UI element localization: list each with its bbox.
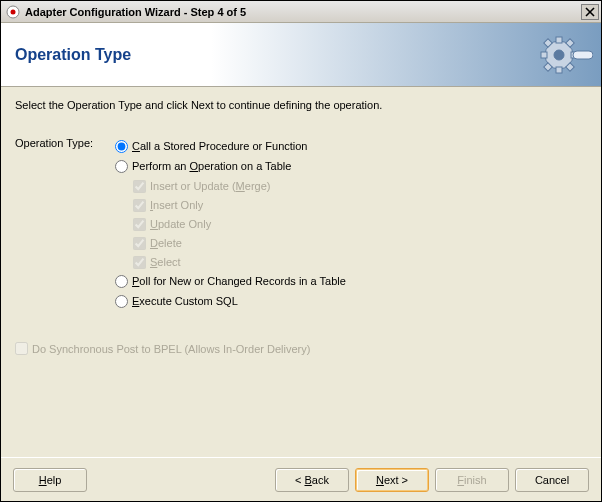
check-synchronous-post: Do Synchronous Post to BPEL (Allows In-O… — [15, 342, 587, 355]
finish-button: Finish — [435, 468, 509, 492]
svg-rect-6 — [556, 37, 562, 43]
operation-type-row: Operation Type: Call a Stored Procedure … — [15, 137, 587, 312]
radio-execute-custom-sql[interactable]: Execute Custom SQL — [115, 292, 587, 310]
app-icon — [5, 4, 21, 20]
wizard-content: Select the Operation Type and click Next… — [1, 87, 601, 457]
checkbox-insert — [133, 199, 146, 212]
radio-label: Execute Custom SQL — [132, 295, 238, 307]
next-button[interactable]: Next > — [355, 468, 429, 492]
checkbox-merge — [133, 180, 146, 193]
gear-icon — [537, 27, 593, 85]
checkbox-label: Delete — [150, 237, 182, 249]
radio-input-perform[interactable] — [115, 160, 128, 173]
checkbox-delete — [133, 237, 146, 250]
check-insert-update-merge: Insert or Update (Merge) — [133, 177, 587, 195]
page-title: Operation Type — [15, 46, 131, 64]
radio-input-call-sp[interactable] — [115, 140, 128, 153]
check-select: Select — [133, 253, 587, 271]
wizard-window: Adapter Configuration Wizard - Step 4 of… — [0, 0, 602, 502]
check-delete: Delete — [133, 234, 587, 252]
radio-label: Call a Stored Procedure or Function — [132, 140, 308, 152]
operation-type-label: Operation Type: — [15, 137, 115, 149]
svg-rect-14 — [573, 51, 593, 59]
checkbox-label: Select — [150, 256, 181, 268]
cancel-button[interactable]: Cancel — [515, 468, 589, 492]
svg-rect-7 — [556, 67, 562, 73]
checkbox-sync — [15, 342, 28, 355]
check-update-only: Update Only — [133, 215, 587, 233]
checkbox-label: Do Synchronous Post to BPEL (Allows In-O… — [32, 343, 310, 355]
close-icon — [585, 7, 595, 17]
back-button[interactable]: < Back — [275, 468, 349, 492]
svg-point-5 — [554, 50, 564, 60]
svg-point-1 — [11, 9, 16, 14]
operation-options: Call a Stored Procedure or Function Perf… — [115, 137, 587, 312]
instruction-text: Select the Operation Type and click Next… — [15, 99, 587, 111]
radio-perform-operation[interactable]: Perform an Operation on a Table — [115, 157, 587, 175]
radio-poll-records[interactable]: Poll for New or Changed Records in a Tab… — [115, 272, 587, 290]
wizard-header: Operation Type — [1, 23, 601, 87]
window-title: Adapter Configuration Wizard - Step 4 of… — [25, 6, 581, 18]
checkbox-select — [133, 256, 146, 269]
title-bar: Adapter Configuration Wizard - Step 4 of… — [1, 1, 601, 23]
help-button[interactable]: Help — [13, 468, 87, 492]
svg-rect-8 — [541, 52, 547, 58]
radio-input-custom[interactable] — [115, 295, 128, 308]
checkbox-update — [133, 218, 146, 231]
close-button[interactable] — [581, 4, 599, 20]
radio-label: Poll for New or Changed Records in a Tab… — [132, 275, 346, 287]
wizard-button-bar: Help < Back Next > Finish Cancel — [1, 457, 601, 501]
check-insert-only: Insert Only — [133, 196, 587, 214]
radio-input-poll[interactable] — [115, 275, 128, 288]
radio-call-stored-procedure[interactable]: Call a Stored Procedure or Function — [115, 137, 587, 155]
checkbox-label: Insert or Update (Merge) — [150, 180, 270, 192]
checkbox-label: Insert Only — [150, 199, 203, 211]
checkbox-label: Update Only — [150, 218, 211, 230]
radio-label: Perform an Operation on a Table — [132, 160, 291, 172]
